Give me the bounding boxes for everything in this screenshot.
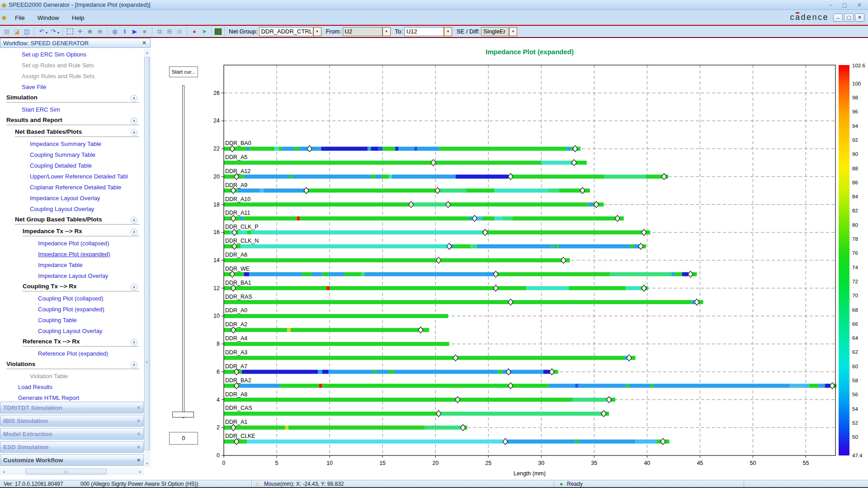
pause-icon[interactable]: ‖: [120, 27, 129, 36]
sidebar-item-save-file[interactable]: Save File: [0, 81, 144, 92]
sidebar-link-coupling-table[interactable]: Coupling Table: [38, 317, 77, 324]
sidebar-link-set-up-erc-sim-options[interactable]: Set up ERC Sim Options: [22, 51, 86, 58]
dropdown-caret-icon[interactable]: ▾: [46, 31, 47, 35]
sidebar-link-load-results[interactable]: Load Results: [18, 384, 52, 390]
dropdown-caret-icon[interactable]: ▾: [57, 31, 59, 35]
menu-file[interactable]: File: [9, 14, 31, 21]
combo-arrow-icon[interactable]: ▾: [313, 27, 321, 36]
impedance-bar-DDR_CLK_N[interactable]: DDR_CLK_N: [224, 238, 646, 249]
sidebar-link-impedance-plot-expanded[interactable]: Impedance Plot (expanded): [38, 251, 110, 258]
impedance-bar-DDR_A5[interactable]: DDR_A5: [224, 154, 587, 166]
board-icon[interactable]: T: [215, 28, 222, 35]
scroll-right-icon[interactable]: ►: [137, 468, 144, 475]
sidebar-item-impedance-table[interactable]: Impedance Table: [0, 259, 144, 270]
combo-se-diff[interactable]: SingleEr: [481, 27, 509, 36]
sidebar-item-coupling-summary-table[interactable]: Coupling Summary Table: [0, 149, 144, 160]
minimize-icon[interactable]: –: [829, 2, 832, 8]
mdi-restore-icon[interactable]: ▢: [844, 14, 854, 22]
collapse-chevron-icon[interactable]: ∧: [131, 339, 137, 346]
restore-icon[interactable]: ▢: [842, 2, 847, 8]
vscroll-grip[interactable]: ≡: [144, 360, 150, 365]
sidebar-link-coupling-layout-overlay[interactable]: Coupling Layout Overlay: [30, 206, 94, 212]
scroll-left-icon[interactable]: ◄: [0, 468, 7, 475]
search-icon[interactable]: ⊙: [175, 27, 184, 36]
sidebar-item-upper-lower-reference-detailed-tabl[interactable]: Upper/Lower Reference Detailed Tabl: [0, 171, 144, 182]
impedance-bar-DDR_A8[interactable]: DDR_A8: [224, 391, 615, 403]
combo-to[interactable]: U12: [404, 27, 444, 36]
collapse-chevron-icon[interactable]: ∧: [131, 229, 137, 235]
sidebar-item-coplanar-reference-detailed-table[interactable]: Coplanar Reference Detailed Table: [0, 182, 144, 192]
impedance-bar-DDR_A1[interactable]: DDR_A1: [224, 419, 467, 431]
workflow-panel-esd-simulation[interactable]: ESD Simulation»: [0, 441, 144, 453]
sidebar-horizontal-scrollbar[interactable]: ◄ ||| ►: [0, 468, 144, 475]
workflow-panel-customize-workflow[interactable]: Customize Workflow»: [0, 454, 144, 466]
collapse-chevron-icon[interactable]: ∧: [131, 117, 137, 124]
workflow-panel-model-extraction[interactable]: Model Extraction»: [0, 428, 144, 440]
expand-chevron-icon[interactable]: »: [136, 432, 142, 436]
globe-icon[interactable]: ◍: [110, 27, 119, 36]
impedance-bar-DDR_BA0[interactable]: DDR_BA0: [224, 140, 580, 152]
undo-icon[interactable]: ↶: [37, 27, 46, 36]
sidebar-link-reference-plot-expanded[interactable]: Reference Plot (expanded): [38, 350, 108, 357]
sidebar-item-coupling-layout-overlay[interactable]: Coupling Layout Overlay: [0, 325, 144, 336]
sidebar-link-upper-lower-reference-detailed-tabl[interactable]: Upper/Lower Reference Detailed Tabl: [30, 173, 128, 180]
expand-chevron-icon[interactable]: »: [136, 419, 142, 422]
sidebar-item-set-up-erc-sim-options[interactable]: Set up ERC Sim Options: [0, 49, 144, 60]
copy-icon[interactable]: ⧉: [155, 27, 164, 36]
sidebar-item-coupling-plot-expanded[interactable]: Coupling Plot (expanded): [0, 304, 144, 314]
collapse-chevron-icon[interactable]: ∧: [131, 95, 137, 102]
impedance-bar-DDR_BA1[interactable]: DDR_BA1: [224, 280, 648, 291]
collapse-chevron-icon[interactable]: ∧: [131, 217, 137, 224]
impedance-bar-DDR_BA2[interactable]: DDR_BA2: [224, 377, 836, 389]
sidebar-link-coupling-detailed-table[interactable]: Coupling Detailed Table: [30, 162, 92, 169]
slider-track[interactable]: [182, 85, 184, 418]
sidebar-link-coupling-summary-table[interactable]: Coupling Summary Table: [30, 151, 95, 158]
sidebar-link-coplanar-reference-detailed-table[interactable]: Coplanar Reference Detailed Table: [30, 184, 121, 191]
mdi-minimize-icon[interactable]: –: [833, 14, 843, 22]
sidebar-item-coupling-layout-overlay[interactable]: Coupling Layout Overlay: [0, 203, 144, 214]
workflow-panel-ibis-simulation[interactable]: IBIS Simulation»: [0, 415, 144, 427]
impedance-bar-DDR_RAS[interactable]: DDR_RAS: [224, 294, 703, 305]
impedance-bar-DDR_CLKE[interactable]: DDR_CLKE: [224, 433, 669, 445]
sidebar-vertical-scrollbar[interactable]: ▲ ≡ ▼: [144, 49, 151, 467]
combo-net-group[interactable]: DDR_ADDR_CTRL: [259, 27, 313, 36]
scroll-down-icon[interactable]: ▼: [144, 460, 151, 467]
impedance-bar-DDR_A11[interactable]: DDR_A11: [224, 210, 624, 221]
impedance-bar-DDR_CAS[interactable]: DDR_CAS: [224, 405, 609, 417]
pan-icon[interactable]: ✛: [75, 27, 85, 36]
impedance-bar-DDR_A6[interactable]: DDR_A6: [224, 252, 570, 263]
impedance-bar-DDR_A12[interactable]: DDR_A12: [224, 168, 668, 180]
impedance-bar-DDR_WE[interactable]: DDR_WE: [224, 266, 697, 277]
menu-window[interactable]: Window: [31, 14, 66, 21]
sidebar-item-start-erc-sim[interactable]: Start ERC Sim: [0, 104, 144, 115]
expand-chevron-icon[interactable]: »: [136, 459, 142, 462]
sidebar-link-impedance-layout-overlay[interactable]: Impedance Layout Overlay: [38, 272, 108, 279]
impedance-bar-DDR_CLK_P[interactable]: DDR_CLK_P: [224, 224, 650, 235]
sidebar-item-impedance-layout-overlay[interactable]: Impedance Layout Overlay: [0, 192, 144, 203]
combo-arrow-icon[interactable]: ▾: [382, 27, 391, 36]
app-menu-icon[interactable]: ◆: [2, 14, 6, 21]
play-icon[interactable]: ▶: [130, 27, 139, 36]
mdi-close-icon[interactable]: ✕: [855, 14, 864, 22]
sidebar-item-impedance-summary-table[interactable]: Impedance Summary Table: [0, 138, 144, 149]
hscroll-track[interactable]: |||: [7, 468, 137, 475]
record-icon[interactable]: ●: [190, 27, 199, 36]
run-icon[interactable]: ➤: [200, 27, 209, 36]
marquee-icon[interactable]: [67, 28, 73, 34]
expand-chevron-icon[interactable]: »: [136, 406, 142, 409]
impedance-bar-DDR_A10[interactable]: DDR_A10: [224, 196, 604, 208]
zoom-out-icon[interactable]: ⊖: [95, 27, 104, 36]
impedance-bar-DDR_A0[interactable]: DDR_A0: [224, 307, 448, 318]
sidebar-item-coupling-plot-collapsed[interactable]: Coupling Plot (collapsed): [0, 293, 144, 304]
sidebar-link-impedance-summary-table[interactable]: Impedance Summary Table: [30, 141, 101, 147]
collapse-chevron-icon[interactable]: ∧: [131, 361, 137, 368]
impedance-bar-DDR_A3[interactable]: DDR_A3: [224, 349, 636, 361]
sidebar-item-impedance-plot-collapsed[interactable]: Impedance Plot (collapsed): [0, 238, 144, 249]
impedance-bar-DDR_A2[interactable]: DDR_A2: [224, 321, 429, 333]
sidebar-link-impedance-plot-collapsed[interactable]: Impedance Plot (collapsed): [38, 240, 109, 247]
combo-from[interactable]: U2: [343, 27, 382, 36]
expand-chevron-icon[interactable]: »: [136, 446, 142, 449]
slider-handle[interactable]: [172, 412, 194, 418]
collapse-chevron-icon[interactable]: ∧: [131, 284, 137, 291]
paste-icon[interactable]: ⊞: [165, 27, 174, 36]
